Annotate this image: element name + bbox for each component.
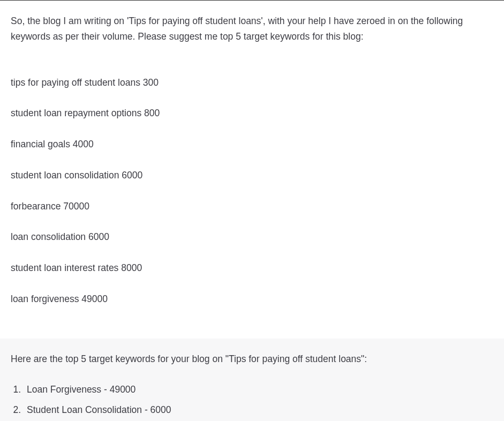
keyword-item: forbearance 70000 bbox=[11, 199, 493, 214]
user-keyword-list: tips for paying off student loans 300 st… bbox=[11, 59, 493, 322]
keyword-item: loan consolidation 6000 bbox=[11, 229, 493, 245]
keyword-item: student loan interest rates 8000 bbox=[11, 260, 493, 276]
assistant-message: Here are the top 5 target keywords for y… bbox=[0, 339, 504, 421]
list-item: Loan Forgiveness - 49000 bbox=[24, 382, 493, 397]
keyword-item: loan forgiveness 49000 bbox=[11, 291, 493, 307]
user-message: So, the blog I am writing on 'Tips for p… bbox=[0, 1, 504, 339]
keyword-item: financial goals 4000 bbox=[11, 137, 493, 152]
keyword-item: student loan repayment options 800 bbox=[11, 106, 493, 121]
list-item: Student Loan Consolidation - 6000 bbox=[24, 402, 493, 418]
top-keywords-list: Loan Forgiveness - 49000 Student Loan Co… bbox=[11, 382, 493, 422]
user-intro-text: So, the blog I am writing on 'Tips for p… bbox=[11, 13, 493, 44]
keyword-item: tips for paying off student loans 300 bbox=[11, 75, 493, 91]
conversation-container: So, the blog I am writing on 'Tips for p… bbox=[0, 0, 504, 421]
assistant-intro-text: Here are the top 5 target keywords for y… bbox=[11, 351, 493, 367]
keyword-item: student loan consolidation 6000 bbox=[11, 168, 493, 183]
